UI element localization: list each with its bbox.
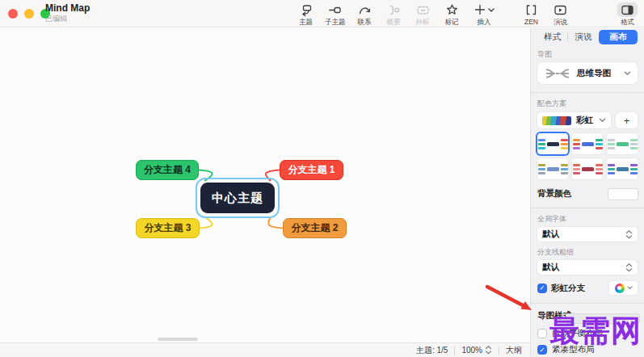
- plus-icon: [471, 2, 498, 17]
- chevron-down-icon: [599, 118, 606, 123]
- theme-thumbnail-5[interactable]: [572, 158, 603, 179]
- toolbar-format-button[interactable]: 格式: [617, 2, 638, 27]
- branch-topic-3-node[interactable]: 分支主题 3: [136, 218, 200, 238]
- toolbar-right-group: ZEN 演说 格式: [521, 2, 638, 27]
- color-wheel-icon: [615, 284, 625, 293]
- mindmap-canvas[interactable]: 中心主题 分支主题 1 分支主题 2 分支主题 3 分支主题 4: [0, 28, 530, 342]
- toolbar-subtopic-button[interactable]: 子主题: [325, 2, 346, 27]
- auto-balance-checkbox[interactable]: [537, 329, 547, 338]
- watermark: 最需网: [549, 316, 642, 346]
- titlebar: Mind Map 已编辑 主题 子主题 联系 概要: [0, 0, 644, 27]
- zoom-stepper-icon[interactable]: [485, 345, 492, 355]
- rainbow-swatch: [542, 116, 571, 125]
- mindmap-type-icon: [544, 67, 571, 80]
- rainbow-branch-color-button[interactable]: [609, 281, 638, 295]
- branch-line-width-select[interactable]: 默认: [537, 260, 638, 275]
- color-scheme-dropdown[interactable]: 彩虹: [537, 112, 611, 128]
- statusbar-divider: [499, 346, 499, 355]
- global-font-value: 默认: [542, 229, 559, 240]
- chevron-down-icon: [627, 286, 633, 290]
- global-font-select[interactable]: 默认: [537, 227, 638, 242]
- compact-layout-checkbox[interactable]: [537, 345, 547, 355]
- divider: [531, 92, 644, 93]
- branch-topic-4-node[interactable]: 分支主题 4: [136, 160, 199, 180]
- theme-thumbnail-1[interactable]: [537, 133, 568, 154]
- horizontal-scrollbar-thumb[interactable]: [158, 338, 198, 341]
- toolbar-center-group: 主题 子主题 联系 概要 外框: [296, 2, 498, 27]
- panel-tabs: 样式 演说 画布: [537, 30, 638, 44]
- map-type-value: 思维导图: [577, 68, 611, 79]
- zen-brackets-icon: [521, 2, 541, 17]
- central-topic-node[interactable]: 中心主题: [200, 183, 275, 213]
- branch-topic-2-node[interactable]: 分支主题 2: [283, 218, 347, 238]
- rainbow-branch-label: 彩虹分支: [551, 283, 585, 294]
- background-color-swatch[interactable]: [608, 189, 638, 200]
- toolbar-insert-button[interactable]: 插入: [471, 2, 498, 27]
- map-type-dropdown[interactable]: 思维导图: [537, 62, 638, 84]
- background-color-label: 背景颜色: [537, 188, 571, 200]
- zoom-level: 100%: [461, 346, 482, 355]
- chevron-down-icon: [624, 71, 631, 76]
- theme-thumbnail-3[interactable]: [607, 133, 638, 154]
- branch-topic-1-node[interactable]: 分支主题 1: [280, 160, 343, 180]
- summary-icon: [384, 2, 404, 17]
- zoom-control[interactable]: 100%: [461, 345, 492, 355]
- scheme-section-label: 配色方案: [537, 99, 638, 109]
- document-edited-status: 已编辑: [45, 15, 90, 23]
- toolbar-topic-button[interactable]: 主题: [296, 2, 316, 27]
- window-controls: [8, 9, 50, 19]
- star-icon: [442, 2, 462, 17]
- format-panel: 样式 演说 画布 导图 思维导图 配色方案 彩虹 + 背景颜色 全局字体: [530, 28, 644, 357]
- divider: [531, 303, 644, 304]
- chevron-down-icon: [488, 3, 495, 17]
- global-font-label: 全局字体: [537, 214, 638, 225]
- toolbar-relation-button[interactable]: 联系: [355, 2, 375, 27]
- toolbar-zen-button[interactable]: ZEN: [521, 2, 541, 26]
- status-bar: 主题: 1/5 100% 大纲: [0, 342, 530, 357]
- branch-line-2: [268, 216, 283, 229]
- branch-line-width-value: 默认: [542, 262, 559, 273]
- theme-thumbnail-grid: [537, 133, 638, 179]
- branch-line-3: [199, 216, 213, 229]
- theme-thumbnail-4[interactable]: [537, 158, 568, 179]
- toolbar-present-button[interactable]: 演说: [550, 2, 570, 27]
- relation-icon: [355, 2, 375, 17]
- stepper-icon: [625, 229, 633, 240]
- window-title: Mind Map: [45, 3, 90, 15]
- stepper-icon: [625, 262, 633, 273]
- branch-line-width-label: 分支线粗细: [537, 247, 638, 258]
- theme-thumbnail-2[interactable]: [572, 133, 603, 154]
- color-scheme-value: 彩虹: [576, 115, 593, 126]
- toolbar-mark-button[interactable]: 标记: [442, 2, 462, 27]
- statusbar-divider: [454, 346, 455, 355]
- theme-thumbnail-6[interactable]: [607, 158, 638, 179]
- rainbow-branch-checkbox[interactable]: [537, 284, 547, 293]
- boundary-icon: [413, 2, 433, 17]
- tab-style[interactable]: 样式: [537, 32, 567, 43]
- topic-counter: 主题: 1/5: [416, 345, 448, 356]
- toolbar-summary-button[interactable]: 概要: [384, 2, 404, 27]
- divider: [531, 208, 644, 208]
- tab-canvas[interactable]: 画布: [599, 30, 638, 44]
- format-sidebar-icon: [617, 2, 638, 17]
- toolbar-boundary-button[interactable]: 外框: [413, 2, 433, 27]
- tab-present[interactable]: 演说: [568, 32, 598, 43]
- add-scheme-button[interactable]: +: [616, 112, 638, 128]
- outline-button[interactable]: 大纲: [506, 345, 522, 356]
- document-title-block: Mind Map 已编辑: [45, 3, 90, 23]
- topic-icon: [296, 2, 316, 17]
- map-section-label: 导图: [537, 49, 638, 60]
- minimize-window-button[interactable]: [24, 9, 34, 19]
- presentation-play-icon: [550, 2, 570, 17]
- subtopic-icon: [325, 2, 345, 17]
- close-window-button[interactable]: [8, 9, 18, 19]
